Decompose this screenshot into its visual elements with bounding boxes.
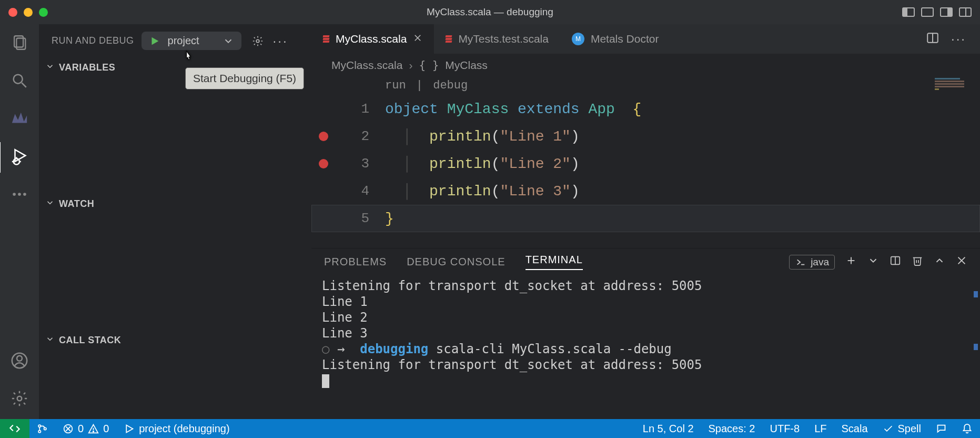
svg-point-30 <box>38 425 41 427</box>
minimize-window-button[interactable] <box>24 8 33 17</box>
svg-point-9 <box>13 193 16 196</box>
customize-layout-icon[interactable] <box>959 7 972 17</box>
terminal-output[interactable]: Listening for transport dt_socket at add… <box>311 275 980 419</box>
eol-status[interactable]: LF <box>807 419 834 438</box>
codelens-run[interactable]: run <box>385 79 406 92</box>
editor-tab-label: Metals Doctor <box>591 33 659 45</box>
problems-status[interactable]: 0 0 <box>55 419 116 438</box>
source-control-status[interactable] <box>29 419 55 438</box>
callstack-section-header[interactable]: CALL STACK <box>39 330 311 351</box>
toggle-panel-icon[interactable] <box>921 7 934 17</box>
search-icon[interactable] <box>11 72 28 92</box>
terminal-prompt-line: ○ → debugging scala-cli MyClass.scala --… <box>322 342 969 357</box>
new-terminal-icon[interactable] <box>845 255 857 269</box>
spell-check-status[interactable]: Spell <box>875 419 928 438</box>
editor-tab[interactable]: MyClass.scala <box>311 24 434 54</box>
start-debugging-icon[interactable] <box>149 35 160 47</box>
cursor-position-status[interactable]: Ln 5, Col 2 <box>635 419 701 438</box>
code-content[interactable]: │ println("Line 1") <box>385 128 580 145</box>
language-mode-status[interactable]: Scala <box>834 419 875 438</box>
status-bar: 0 0 project (debugging) Ln 5, Col 2 Spac… <box>0 419 980 438</box>
notifications-icon[interactable] <box>954 419 980 438</box>
breakpoint-icon[interactable] <box>319 132 328 141</box>
indentation-status[interactable]: Spaces: 2 <box>701 419 763 438</box>
debug-config-dropdown[interactable]: project <box>142 32 241 50</box>
code-content[interactable]: object MyClass extends App { <box>385 101 641 117</box>
code-line[interactable]: 4 │ println("Line 3") <box>311 177 980 205</box>
debug-launch-label: project (debugging) <box>139 423 229 435</box>
terminal-line: Line 1 <box>322 294 969 310</box>
chevron-down-icon <box>45 334 55 346</box>
run-and-debug-icon[interactable] <box>11 147 28 167</box>
maximize-panel-icon[interactable] <box>934 255 945 269</box>
terminal-cursor-line[interactable] <box>322 373 969 389</box>
breakpoint-icon[interactable] <box>319 159 328 168</box>
terminal-dropdown-icon[interactable] <box>867 255 879 269</box>
watch-section-header[interactable]: WATCH <box>39 194 311 214</box>
terminal-line: Listening for transport dt_socket at add… <box>322 278 969 294</box>
split-editor-icon[interactable] <box>926 31 939 47</box>
svg-point-13 <box>17 356 22 361</box>
explorer-icon[interactable] <box>11 34 28 54</box>
close-tab-icon[interactable] <box>413 33 422 45</box>
chevron-down-icon[interactable] <box>223 35 234 47</box>
code-line[interactable]: 1object MyClass extends App { <box>311 95 980 123</box>
breadcrumb-file[interactable]: MyClass.scala <box>331 59 402 72</box>
svg-line-3 <box>22 83 26 87</box>
editor-more-actions-icon[interactable]: ··· <box>951 32 966 46</box>
encoding-status[interactable]: UTF-8 <box>762 419 807 438</box>
editor-tab-label: MyClass.scala <box>336 33 407 45</box>
editor-tab[interactable]: MMetals Doctor <box>560 24 671 54</box>
open-launch-json-icon[interactable] <box>252 35 264 47</box>
more-views-icon[interactable] <box>11 185 28 205</box>
code-line[interactable]: 2 │ println("Line 1") <box>311 123 980 150</box>
feedback-icon[interactable] <box>928 419 954 438</box>
editor-tab[interactable]: MyTests.test.scala <box>434 24 560 54</box>
tab-problems[interactable]: PROBLEMS <box>324 256 387 268</box>
sidebar-header: RUN AND DEBUG project ··· <box>39 24 311 57</box>
svg-point-32 <box>44 427 46 430</box>
debug-more-actions-icon[interactable]: ··· <box>273 34 288 48</box>
sidebar-title: RUN AND DEBUG <box>52 35 134 46</box>
line-number: 4 <box>348 183 369 199</box>
terminal-line: Line 3 <box>322 326 969 342</box>
activity-bar <box>0 24 39 419</box>
chevron-right-icon: › <box>409 59 412 72</box>
toggle-primary-sidebar-icon[interactable] <box>902 7 915 17</box>
codelens-debug[interactable]: debug <box>433 79 468 92</box>
svg-point-16 <box>256 39 259 43</box>
toggle-secondary-sidebar-icon[interactable] <box>940 7 953 17</box>
debug-launch-status[interactable]: project (debugging) <box>116 419 237 438</box>
svg-point-31 <box>38 430 41 432</box>
code-editor[interactable]: run | debug 1object MyClass extends App … <box>311 77 980 248</box>
code-content[interactable]: │ println("Line 3") <box>385 183 580 200</box>
close-panel-icon[interactable] <box>956 255 967 269</box>
code-line[interactable]: 5} <box>311 205 980 232</box>
breadcrumb-symbol[interactable]: MyClass <box>445 59 488 72</box>
split-terminal-icon[interactable] <box>890 255 901 269</box>
accounts-icon[interactable] <box>11 352 28 372</box>
settings-gear-icon[interactable] <box>11 390 28 410</box>
codelens: run | debug <box>311 79 980 92</box>
svg-marker-4 <box>15 150 26 162</box>
tab-terminal[interactable]: TERMINAL <box>526 254 583 270</box>
error-count: 0 <box>78 423 84 435</box>
pointer-cursor-icon <box>181 50 195 64</box>
close-window-button[interactable] <box>8 8 17 17</box>
code-content[interactable]: │ println("Line 2") <box>385 156 580 172</box>
breadcrumb[interactable]: MyClass.scala › { } MyClass <box>311 54 980 77</box>
code-line[interactable]: 3 │ println("Line 2") <box>311 150 980 177</box>
svg-point-10 <box>18 193 21 196</box>
line-number: 1 <box>348 101 369 117</box>
code-content[interactable]: } <box>385 211 394 227</box>
svg-point-2 <box>14 75 23 84</box>
metals-icon[interactable] <box>11 110 28 130</box>
editor-tab-label: MyTests.test.scala <box>458 33 549 45</box>
terminal-profile-selector[interactable]: java <box>789 255 835 270</box>
maximize-window-button[interactable] <box>39 8 48 17</box>
tab-debug-console[interactable]: DEBUG CONSOLE <box>407 256 505 268</box>
window-title: MyClass.scala — debugging <box>0 6 980 18</box>
remote-indicator[interactable] <box>0 419 29 438</box>
kill-terminal-icon[interactable] <box>912 255 923 269</box>
line-number: 5 <box>348 211 369 226</box>
